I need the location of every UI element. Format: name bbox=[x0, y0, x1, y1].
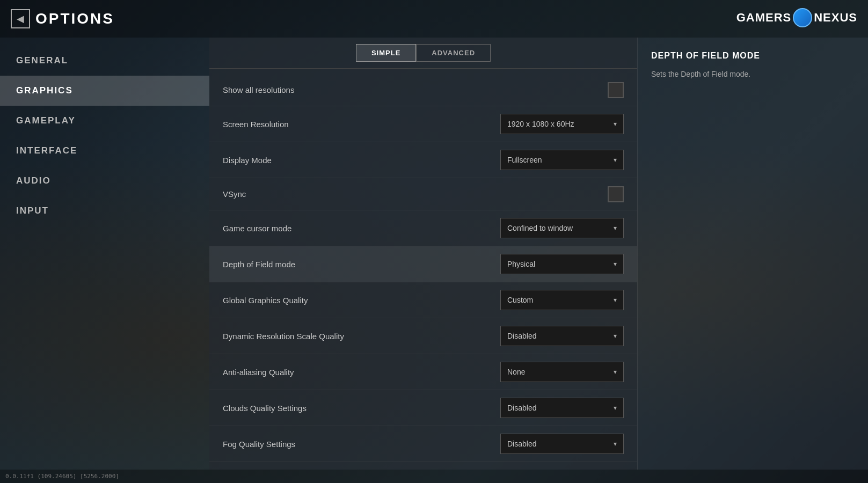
dropdown-value-dynamic-resolution-scale-quality: Disabled bbox=[507, 332, 536, 340]
dropdown-dynamic-resolution-scale-quality[interactable]: Disabled ▾ bbox=[500, 326, 624, 346]
dropdown-depth-of-field-mode[interactable]: Physical ▾ bbox=[500, 254, 624, 274]
tab-simple[interactable]: SIMPLE bbox=[356, 44, 416, 62]
sidebar-item-input[interactable]: INPUT bbox=[0, 196, 209, 226]
setting-label-anti-aliasing-quality: Anti-aliasing Quality bbox=[223, 368, 500, 377]
setting-control-clouds-quality-settings: Disabled ▾ bbox=[500, 398, 624, 418]
setting-dynamic-resolution-scale-quality: Dynamic Resolution Scale Quality Disable… bbox=[209, 318, 637, 354]
brand-name-left: GAMERS bbox=[736, 11, 792, 25]
back-button[interactable]: ◀ OPTIONS bbox=[11, 9, 114, 28]
back-arrow-icon: ◀ bbox=[11, 9, 30, 28]
chevron-down-icon: ▾ bbox=[614, 440, 617, 448]
setting-clouds-quality-settings: Clouds Quality Settings Disabled ▾ bbox=[209, 390, 637, 426]
setting-display-mode: Display Mode Fullscreen ▾ bbox=[209, 142, 637, 178]
setting-anti-aliasing-quality: Anti-aliasing Quality None ▾ bbox=[209, 354, 637, 390]
dropdown-global-graphics-quality[interactable]: Custom ▾ bbox=[500, 290, 624, 310]
chevron-down-icon: ▾ bbox=[614, 224, 617, 232]
dropdown-screen-resolution[interactable]: 1920 x 1080 x 60Hz ▾ bbox=[500, 114, 624, 134]
dropdown-value-clouds-quality-settings: Disabled bbox=[507, 404, 536, 412]
setting-depth-of-field-mode: Depth of Field mode Physical ▾ bbox=[209, 246, 637, 282]
setting-label-depth-of-field-mode: Depth of Field mode bbox=[223, 260, 500, 269]
setting-label-screen-resolution: Screen Resolution bbox=[223, 120, 500, 129]
dropdown-value-screen-resolution: 1920 x 1080 x 60Hz bbox=[507, 120, 574, 128]
settings-list: Show all resolutions Screen Resolution 1… bbox=[209, 69, 637, 470]
dropdown-fog-quality-settings[interactable]: Disabled ▾ bbox=[500, 434, 624, 454]
dropdown-anti-aliasing-quality[interactable]: None ▾ bbox=[500, 362, 624, 382]
status-text: 0.0.11f1 (109.24605) [5256.2000] bbox=[5, 473, 119, 480]
dropdown-value-global-graphics-quality: Custom bbox=[507, 296, 533, 304]
setting-control-dynamic-resolution-scale-quality: Disabled ▾ bbox=[500, 326, 624, 346]
setting-label-vsync: VSync bbox=[223, 189, 608, 199]
setting-vsync: VSync bbox=[209, 178, 637, 210]
sidebar: GENERAL GRAPHICS GAMEPLAY INTERFACE AUDI… bbox=[0, 38, 209, 470]
setting-control-fog-quality-settings: Disabled ▾ bbox=[500, 434, 624, 454]
chevron-down-icon: ▾ bbox=[614, 404, 617, 412]
tab-bar: SIMPLE ADVANCED bbox=[209, 38, 637, 69]
sidebar-item-audio[interactable]: AUDIO bbox=[0, 166, 209, 196]
dropdown-value-game-cursor-mode: Confined to window bbox=[507, 224, 573, 232]
dropdown-game-cursor-mode[interactable]: Confined to window ▾ bbox=[500, 218, 624, 238]
setting-label-show-all-resolutions: Show all resolutions bbox=[223, 85, 608, 94]
chevron-down-icon: ▾ bbox=[614, 368, 617, 376]
setting-control-display-mode: Fullscreen ▾ bbox=[500, 150, 624, 170]
setting-label-fog-quality-settings: Fog Quality Settings bbox=[223, 440, 500, 449]
setting-show-all-resolutions: Show all resolutions bbox=[209, 74, 637, 106]
setting-control-vsync bbox=[608, 186, 624, 202]
chevron-down-icon: ▾ bbox=[614, 120, 617, 128]
sidebar-item-interface[interactable]: INTERFACE bbox=[0, 136, 209, 166]
setting-fog-quality-settings: Fog Quality Settings Disabled ▾ bbox=[209, 426, 637, 462]
brand-globe-icon bbox=[793, 8, 812, 27]
dropdown-value-depth-of-field-mode: Physical bbox=[507, 260, 535, 268]
page-title: OPTIONS bbox=[35, 10, 114, 27]
setting-control-global-graphics-quality: Custom ▾ bbox=[500, 290, 624, 310]
dropdown-value-anti-aliasing-quality: None bbox=[507, 368, 525, 376]
setting-control-depth-of-field-mode: Physical ▾ bbox=[500, 254, 624, 274]
setting-label-game-cursor-mode: Game cursor mode bbox=[223, 224, 500, 233]
dropdown-display-mode[interactable]: Fullscreen ▾ bbox=[500, 150, 624, 170]
dropdown-clouds-quality-settings[interactable]: Disabled ▾ bbox=[500, 398, 624, 418]
brand-name-right: NEXUS bbox=[814, 11, 857, 25]
header: ◀ OPTIONS GAMERS NEXUS bbox=[0, 0, 868, 38]
setting-label-display-mode: Display Mode bbox=[223, 156, 500, 165]
checkbox-show-all-resolutions[interactable] bbox=[608, 82, 624, 98]
setting-screen-resolution: Screen Resolution 1920 x 1080 x 60Hz ▾ bbox=[209, 106, 637, 142]
chevron-down-icon: ▾ bbox=[614, 296, 617, 304]
chevron-down-icon: ▾ bbox=[614, 156, 617, 164]
info-panel-title: DEPTH OF FIELD MODE bbox=[651, 51, 855, 61]
tab-advanced[interactable]: ADVANCED bbox=[416, 44, 491, 62]
setting-volumetrics-quality-settings: Volumetrics Quality Settings Disabled ▾ bbox=[209, 462, 637, 470]
main-layout: GENERAL GRAPHICS GAMEPLAY INTERFACE AUDI… bbox=[0, 38, 868, 470]
setting-game-cursor-mode: Game cursor mode Confined to window ▾ bbox=[209, 210, 637, 246]
setting-label-dynamic-resolution-scale-quality: Dynamic Resolution Scale Quality bbox=[223, 332, 500, 341]
chevron-down-icon: ▾ bbox=[614, 332, 617, 340]
setting-global-graphics-quality: Global Graphics Quality Custom ▾ bbox=[209, 282, 637, 318]
setting-label-global-graphics-quality: Global Graphics Quality bbox=[223, 296, 500, 305]
brand-logo: GAMERS NEXUS bbox=[736, 8, 857, 27]
setting-control-anti-aliasing-quality: None ▾ bbox=[500, 362, 624, 382]
sidebar-item-graphics[interactable]: GRAPHICS bbox=[0, 76, 209, 106]
setting-label-clouds-quality-settings: Clouds Quality Settings bbox=[223, 404, 500, 413]
setting-control-screen-resolution: 1920 x 1080 x 60Hz ▾ bbox=[500, 114, 624, 134]
setting-control-game-cursor-mode: Confined to window ▾ bbox=[500, 218, 624, 238]
content-panel: SIMPLE ADVANCED Show all resolutions Scr… bbox=[209, 38, 637, 470]
dropdown-value-display-mode: Fullscreen bbox=[507, 156, 542, 164]
sidebar-item-gameplay[interactable]: GAMEPLAY bbox=[0, 106, 209, 136]
sidebar-item-general[interactable]: GENERAL bbox=[0, 46, 209, 76]
checkbox-vsync[interactable] bbox=[608, 186, 624, 202]
status-bar: 0.0.11f1 (109.24605) [5256.2000] bbox=[0, 470, 868, 483]
chevron-down-icon: ▾ bbox=[614, 260, 617, 268]
dropdown-value-fog-quality-settings: Disabled bbox=[507, 440, 536, 448]
info-panel-description: Sets the Depth of Field mode. bbox=[651, 69, 855, 80]
setting-control-show-all-resolutions bbox=[608, 82, 624, 98]
info-panel: DEPTH OF FIELD MODE Sets the Depth of Fi… bbox=[637, 38, 868, 470]
